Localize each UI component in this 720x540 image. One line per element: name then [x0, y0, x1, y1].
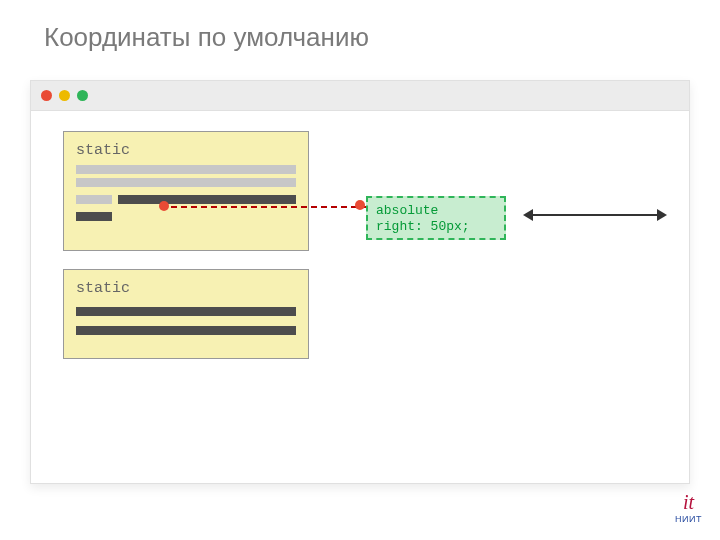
logo: it НИИТ — [675, 492, 702, 524]
close-icon — [41, 90, 52, 101]
static-block-1-label: static — [76, 142, 296, 159]
absolute-box-line1: absolute — [376, 203, 496, 219]
placeholder-bar — [118, 195, 296, 204]
logo-icon: it — [675, 492, 702, 512]
slide-title: Координаты по умолчанию — [44, 22, 369, 53]
placeholder-bar — [76, 326, 296, 335]
anchor-dot-icon — [355, 200, 365, 210]
placeholder-bar — [76, 165, 296, 174]
placeholder-bar — [76, 307, 296, 316]
absolute-box: absolute right: 50px; — [366, 196, 506, 240]
connection-line — [161, 206, 367, 208]
browser-window: static static absolute right: 50px; — [30, 80, 690, 484]
browser-title-bar — [31, 81, 689, 111]
static-block-1: static — [63, 131, 309, 251]
maximize-icon — [77, 90, 88, 101]
placeholder-bar — [76, 178, 296, 187]
browser-viewport: static static absolute right: 50px; — [31, 111, 689, 483]
logo-text: НИИТ — [675, 514, 702, 524]
absolute-box-line2: right: 50px; — [376, 219, 496, 235]
static-block-2-label: static — [76, 280, 296, 297]
minimize-icon — [59, 90, 70, 101]
static-block-2: static — [63, 269, 309, 359]
placeholder-bar — [76, 212, 112, 221]
distance-arrow-icon — [525, 214, 665, 216]
placeholder-bar — [76, 195, 112, 204]
anchor-dot-icon — [159, 201, 169, 211]
